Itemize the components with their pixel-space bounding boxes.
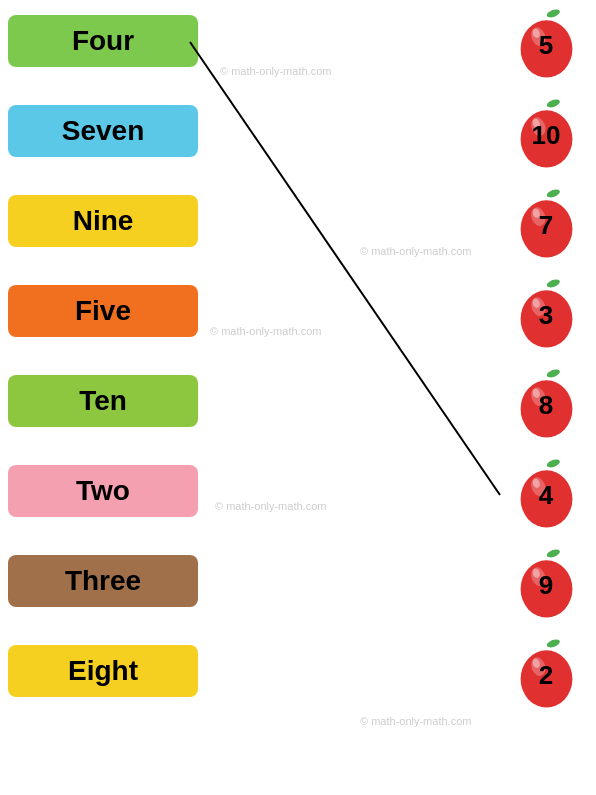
svg-point-28 xyxy=(545,638,560,649)
apple-item-3: 3 xyxy=(506,275,586,355)
svg-point-0 xyxy=(545,8,560,19)
watermark-0: © math-only-math.com xyxy=(220,65,331,77)
apple-number: 9 xyxy=(539,570,553,601)
main-container: FourSevenNineFiveTenTwoThreeEight 5 xyxy=(0,0,596,795)
apple-number: 8 xyxy=(539,390,553,421)
watermark-3: © math-only-math.com xyxy=(215,500,326,512)
apple-item-10: 10 xyxy=(506,95,586,175)
word-label-five: Five xyxy=(8,285,198,337)
word-label-ten: Ten xyxy=(8,375,198,427)
watermark-1: © math-only-math.com xyxy=(360,245,471,257)
apple-number: 3 xyxy=(539,300,553,331)
svg-point-4 xyxy=(545,98,560,109)
apple-item-5: 5 xyxy=(506,5,586,85)
apple-number: 2 xyxy=(539,660,553,691)
watermark-4: © math-only-math.com xyxy=(360,715,471,727)
word-label-nine: Nine xyxy=(8,195,198,247)
svg-point-12 xyxy=(545,278,560,289)
svg-point-16 xyxy=(545,368,560,379)
word-label-seven: Seven xyxy=(8,105,198,157)
apple-item-8: 8 xyxy=(506,365,586,445)
svg-point-24 xyxy=(545,548,560,559)
word-label-two: Two xyxy=(8,465,198,517)
svg-point-8 xyxy=(545,188,560,199)
word-label-three: Three xyxy=(8,555,198,607)
apple-item-9: 9 xyxy=(506,545,586,625)
word-label-eight: Eight xyxy=(8,645,198,697)
apple-item-2: 2 xyxy=(506,635,586,715)
apple-number: 4 xyxy=(539,480,553,511)
svg-line-32 xyxy=(190,42,500,495)
word-label-four: Four xyxy=(8,15,198,67)
apple-number: 10 xyxy=(532,120,561,151)
apple-item-4: 4 xyxy=(506,455,586,535)
apple-item-7: 7 xyxy=(506,185,586,265)
apple-number: 7 xyxy=(539,210,553,241)
svg-point-20 xyxy=(545,458,560,469)
watermark-2: © math-only-math.com xyxy=(210,325,321,337)
apple-number: 5 xyxy=(539,30,553,61)
